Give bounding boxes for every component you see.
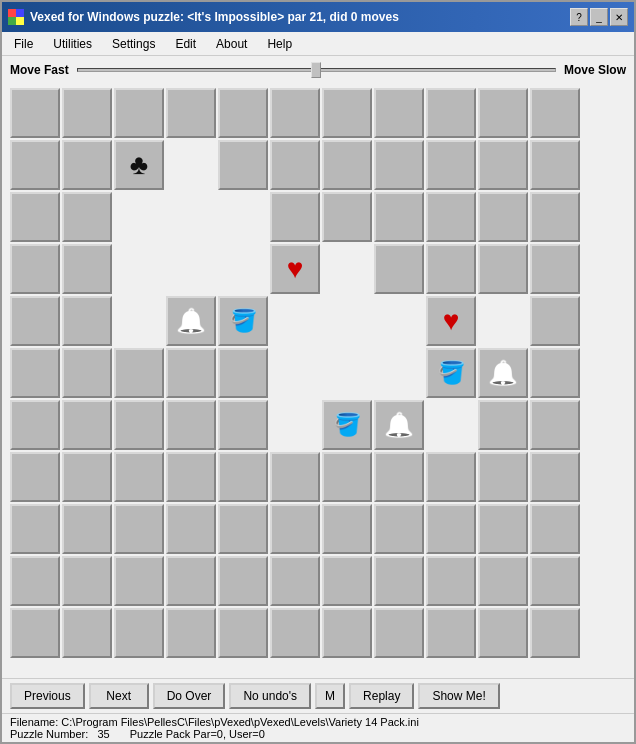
cell-9-9[interactable] — [478, 556, 528, 606]
cell-5-0[interactable] — [10, 348, 60, 398]
cell-7-4[interactable] — [218, 452, 268, 502]
cell-1-7[interactable] — [374, 140, 424, 190]
cell-5-8[interactable]: 🪣 — [426, 348, 476, 398]
cell-8-1[interactable] — [62, 504, 112, 554]
cell-1-3[interactable] — [166, 140, 216, 190]
cell-8-2[interactable] — [114, 504, 164, 554]
cell-4-0[interactable] — [10, 296, 60, 346]
menu-about[interactable]: About — [208, 35, 255, 53]
cell-0-7[interactable] — [374, 88, 424, 138]
cell-0-2[interactable] — [114, 88, 164, 138]
cell-2-1[interactable] — [62, 192, 112, 242]
cell-9-4[interactable] — [218, 556, 268, 606]
cell-9-2[interactable] — [114, 556, 164, 606]
cell-1-0[interactable] — [10, 140, 60, 190]
cell-1-4[interactable] — [218, 140, 268, 190]
cell-2-5[interactable] — [270, 192, 320, 242]
cell-4-5[interactable] — [270, 296, 320, 346]
cell-5-5[interactable] — [270, 348, 320, 398]
cell-3-5[interactable]: ♥ — [270, 244, 320, 294]
cell-5-2[interactable] — [114, 348, 164, 398]
cell-9-10[interactable] — [530, 556, 580, 606]
help-button[interactable]: ? — [570, 8, 588, 26]
cell-4-6[interactable] — [322, 296, 372, 346]
cell-8-0[interactable] — [10, 504, 60, 554]
cell-6-6[interactable]: 🪣 — [322, 400, 372, 450]
cell-2-8[interactable] — [426, 192, 476, 242]
cell-10-4[interactable] — [218, 608, 268, 658]
cell-6-10[interactable] — [530, 400, 580, 450]
cell-1-2[interactable]: ♣ — [114, 140, 164, 190]
cell-2-6[interactable] — [322, 192, 372, 242]
minimize-button[interactable]: _ — [590, 8, 608, 26]
cell-2-3[interactable] — [166, 192, 216, 242]
cell-1-5[interactable] — [270, 140, 320, 190]
cell-9-3[interactable] — [166, 556, 216, 606]
previous-button[interactable]: Previous — [10, 683, 85, 709]
cell-7-5[interactable] — [270, 452, 320, 502]
cell-2-0[interactable] — [10, 192, 60, 242]
cell-3-7[interactable] — [374, 244, 424, 294]
cell-0-10[interactable] — [530, 88, 580, 138]
cell-4-4[interactable]: 🪣 — [218, 296, 268, 346]
cell-4-7[interactable] — [374, 296, 424, 346]
cell-8-5[interactable] — [270, 504, 320, 554]
cell-2-9[interactable] — [478, 192, 528, 242]
cell-1-1[interactable] — [62, 140, 112, 190]
cell-6-1[interactable] — [62, 400, 112, 450]
cell-3-8[interactable] — [426, 244, 476, 294]
cell-1-10[interactable] — [530, 140, 580, 190]
cell-6-2[interactable] — [114, 400, 164, 450]
cell-6-7[interactable]: 🔔 — [374, 400, 424, 450]
replay-button[interactable]: Replay — [349, 683, 414, 709]
cell-10-6[interactable] — [322, 608, 372, 658]
cell-10-1[interactable] — [62, 608, 112, 658]
cell-9-5[interactable] — [270, 556, 320, 606]
cell-2-4[interactable] — [218, 192, 268, 242]
cell-0-6[interactable] — [322, 88, 372, 138]
cell-3-2[interactable] — [114, 244, 164, 294]
cell-3-6[interactable] — [322, 244, 372, 294]
menu-settings[interactable]: Settings — [104, 35, 163, 53]
cell-10-10[interactable] — [530, 608, 580, 658]
cell-0-0[interactable] — [10, 88, 60, 138]
cell-7-0[interactable] — [10, 452, 60, 502]
cell-9-1[interactable] — [62, 556, 112, 606]
close-button[interactable]: ✕ — [610, 8, 628, 26]
show-me-button[interactable]: Show Me! — [418, 683, 499, 709]
cell-3-4[interactable] — [218, 244, 268, 294]
cell-7-9[interactable] — [478, 452, 528, 502]
cell-0-9[interactable] — [478, 88, 528, 138]
cell-6-3[interactable] — [166, 400, 216, 450]
cell-8-6[interactable] — [322, 504, 372, 554]
cell-5-10[interactable] — [530, 348, 580, 398]
cell-6-0[interactable] — [10, 400, 60, 450]
cell-4-10[interactable] — [530, 296, 580, 346]
cell-5-6[interactable] — [322, 348, 372, 398]
cell-8-7[interactable] — [374, 504, 424, 554]
cell-1-6[interactable] — [322, 140, 372, 190]
next-button[interactable]: Next — [89, 683, 149, 709]
cell-7-7[interactable] — [374, 452, 424, 502]
cell-3-9[interactable] — [478, 244, 528, 294]
cell-3-10[interactable] — [530, 244, 580, 294]
cell-4-2[interactable] — [114, 296, 164, 346]
cell-10-8[interactable] — [426, 608, 476, 658]
cell-8-9[interactable] — [478, 504, 528, 554]
no-undos-button[interactable]: No undo's — [229, 683, 311, 709]
cell-4-8[interactable]: ♥ — [426, 296, 476, 346]
cell-9-6[interactable] — [322, 556, 372, 606]
cell-0-1[interactable] — [62, 88, 112, 138]
cell-10-9[interactable] — [478, 608, 528, 658]
cell-2-10[interactable] — [530, 192, 580, 242]
cell-5-9[interactable]: 🔔 — [478, 348, 528, 398]
cell-7-10[interactable] — [530, 452, 580, 502]
menu-help[interactable]: Help — [259, 35, 300, 53]
cell-5-4[interactable] — [218, 348, 268, 398]
menu-edit[interactable]: Edit — [167, 35, 204, 53]
menu-utilities[interactable]: Utilities — [45, 35, 100, 53]
cell-10-2[interactable] — [114, 608, 164, 658]
cell-7-3[interactable] — [166, 452, 216, 502]
cell-10-0[interactable] — [10, 608, 60, 658]
cell-0-5[interactable] — [270, 88, 320, 138]
